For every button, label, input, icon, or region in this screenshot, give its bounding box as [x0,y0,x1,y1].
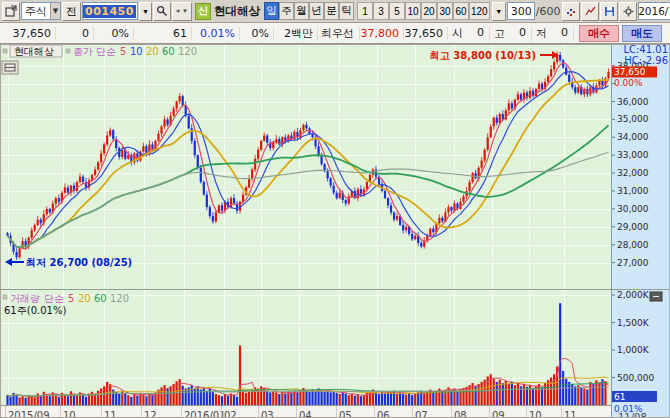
interval-20-button[interactable]: 20 [421,2,437,20]
interval-60-button[interactable]: 60 [453,2,469,20]
svg-text:0.00%: 0.00% [614,78,643,88]
svg-text:04: 04 [299,410,312,418]
interval-30-button[interactable]: 30 [437,2,453,20]
svg-text:06: 06 [377,410,390,418]
stock-code-value: 001450 [83,5,136,18]
chart-tool-button[interactable] [2,61,18,74]
svg-text:10: 10 [529,410,542,418]
svg-text:10: 10 [130,46,143,57]
svg-text:12: 12 [144,410,157,418]
tab-daily[interactable]: 일 [264,2,279,20]
svg-text:2015/09: 2015/09 [8,410,50,418]
high-price-cell: 고 0 [490,26,532,41]
trade-value: 2백만 [274,26,318,41]
svg-text:33,000: 33,000 [617,150,649,160]
interval-dropdown-button[interactable]: ▼ [492,2,506,21]
chart-background [0,44,670,418]
chevron-down-icon: ▼ [182,8,188,14]
svg-text:HC:-2.96: HC:-2.96 [624,55,668,66]
trendline-icon [585,6,596,17]
popup-window-icon [5,5,17,17]
svg-text:120: 120 [178,46,197,57]
svg-text:LC:41.01: LC:41.01 [623,44,668,55]
bar-count-value: 300 [511,5,532,18]
popup-window-button[interactable] [2,2,20,21]
svg-text:29,000: 29,000 [617,222,649,232]
tab-minute[interactable]: 분 [324,2,339,20]
volume-collapse-button[interactable] [650,292,662,301]
svg-text:1,000K: 1,000K [617,345,650,355]
svg-text:거래량: 거래량 [10,293,40,304]
svg-text:현대해상: 현대해상 [14,46,54,57]
high-value: 0 [519,26,526,41]
svg-text:61주(0.01%): 61주(0.01%) [4,305,66,316]
buy-button[interactable]: 매수 [579,25,619,42]
svg-text:32,000: 32,000 [617,168,649,178]
svg-text:2,000K: 2,000K [617,290,650,300]
settings-button[interactable] [619,2,637,21]
chart-date-input[interactable]: 2016/11/08 [638,2,670,20]
quote-bar: 37,650 0 0% 61 0.01% 0% 2백만 최우선 37,800 3… [0,23,670,44]
svg-text:5: 5 [68,293,74,304]
stock-code-input[interactable]: 001450 [82,2,138,20]
tab-tick[interactable]: 틱 [339,2,354,20]
new-stock-badge: 신 [195,3,211,20]
svg-text:5: 5 [120,46,126,57]
svg-text:최고 38,800 (10/13): 최고 38,800 (10/13) [430,50,536,61]
best-ask-price: 37,800 [360,27,404,40]
search-icon [156,5,168,17]
asset-type-select[interactable]: 주식 ▼ [21,2,61,20]
svg-text:11: 11 [564,410,577,418]
code-dropdown-button[interactable]: ▼ [139,2,152,21]
price-change: 0 [56,27,94,40]
interval-5-button[interactable]: 5 [389,2,405,20]
svg-text:03: 03 [261,410,274,418]
svg-text:60: 60 [162,46,175,57]
low-price-cell: 저 0 [532,26,574,41]
tab-monthly[interactable]: 월 [294,2,309,20]
speaker-icon [176,6,181,16]
gear-icon [623,6,634,17]
price-legend: 현대해상종가단순5102060120 [3,45,197,57]
interval-120-button[interactable]: 120 [469,2,490,20]
best-quote-label: 최우선 [318,26,360,41]
interval-3-button[interactable]: 3 [373,2,389,20]
tab-weekly[interactable]: 주 [279,2,294,20]
bar-count-input[interactable]: 300 [507,2,535,20]
svg-text:단순: 단순 [96,46,116,57]
svg-text:2016/01: 2016/01 [184,410,226,418]
interval-1-button[interactable]: 1 [357,2,373,20]
prev-stock-button[interactable]: 전 [62,2,81,21]
sound-button[interactable]: ▼ [172,2,192,21]
svg-text:단순: 단순 [44,293,64,304]
dots-chart-icon [566,6,577,17]
change-range-labels: LC:41.01HC:-2.96 [623,44,668,66]
sell-button[interactable]: 매도 [622,25,662,42]
strength-pct: 0% [240,27,274,40]
svg-text:05: 05 [339,410,352,418]
svg-text:36,000: 36,000 [617,97,649,107]
trendline-tool-button[interactable] [581,2,599,21]
svg-text:종가: 종가 [73,46,93,57]
best-bid-price: 37,650 [404,27,448,40]
svg-text:35,000: 35,000 [617,114,649,124]
high-label: 고 [494,26,505,41]
asset-type-value: 주식 [25,4,47,19]
svg-text:120: 120 [110,293,129,304]
floppy-disk-icon [604,6,615,17]
chart-toolbar: 주식 ▼ 전 001450 ▼ ▼ 신 현대해상 일 주 월 년 분 틱 1 3… [0,0,670,23]
svg-text:60: 60 [94,293,107,304]
svg-text:61: 61 [614,392,625,402]
volume-value: 61 [134,27,192,40]
compare-button[interactable] [562,2,580,21]
stock-chart[interactable]: 38,00036,00035,00034,00033,00032,00031,0… [0,44,670,418]
open-value: 0 [477,26,484,41]
svg-text:30,000: 30,000 [617,204,649,214]
low-value: 0 [561,26,568,41]
tab-yearly[interactable]: 년 [309,2,324,20]
svg-text:27,000: 27,000 [617,258,649,268]
save-button[interactable] [600,2,618,21]
interval-10-button[interactable]: 10 [405,2,421,20]
search-button[interactable] [153,2,171,21]
stock-name-label: 현대해상 [214,4,260,19]
